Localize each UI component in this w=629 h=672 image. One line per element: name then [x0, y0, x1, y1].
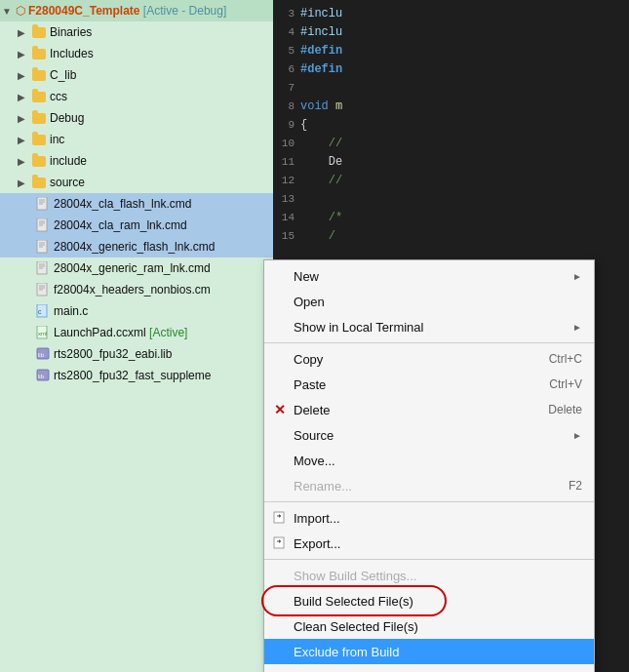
tree-label: 28004x_cla_ram_lnk.cmd — [54, 218, 187, 232]
code-line-10: 10 // — [273, 134, 629, 152]
svg-text:lib: lib — [38, 352, 45, 358]
menu-item-paste[interactable]: Paste Ctrl+V — [264, 372, 594, 397]
code-line-3: 3 #inclu — [273, 4, 629, 22]
folder-icon — [31, 153, 47, 169]
code-line-15: 15 / — [273, 226, 629, 245]
submenu-arrow-icon: ► — [572, 322, 582, 333]
tree-item-includes[interactable]: ▶ Includes — [0, 43, 273, 64]
code-line-5: 5 #defin — [273, 41, 629, 59]
menu-item-show-build-settings[interactable]: Show Build Settings... — [264, 563, 594, 588]
menu-item-import[interactable]: Import... — [264, 505, 594, 531]
tree-item-lib2[interactable]: ▶ lib rts2800_fpu32_fast_suppleme — [0, 365, 273, 386]
code-line-13: 13 — [273, 189, 629, 208]
svg-text:c: c — [38, 308, 42, 315]
menu-label: Source — [294, 428, 334, 443]
lib-icon: lib — [35, 368, 51, 383]
menu-item-rename[interactable]: Rename... F2 — [264, 473, 594, 498]
menu-item-exclude-from-build[interactable]: Exclude from Build — [264, 639, 594, 664]
menu-item-build-project[interactable]: Build Project — [264, 664, 594, 672]
menu-item-local-terminal[interactable]: Show in Local Terminal ► — [264, 314, 594, 339]
tree-item-file3[interactable]: ▶ 28004x_generic_flash_lnk.cmd — [0, 236, 273, 257]
tree-label: Includes — [50, 47, 94, 60]
menu-label: Export... — [294, 536, 340, 551]
tree-item-file4[interactable]: ▶ 28004x_generic_ram_lnk.cmd — [0, 257, 273, 279]
menu-label: Delete — [294, 403, 331, 417]
menu-item-source[interactable]: Source ► — [264, 422, 594, 448]
tree-label: C_lib — [50, 68, 76, 82]
menu-label: Clean Selected File(s) — [294, 619, 418, 634]
tree-item-file5[interactable]: ▶ f28004x_headers_nonbios.cm — [0, 279, 273, 300]
project-root[interactable]: ▼ ⬡ F280049C_Template [Active - Debug] — [0, 0, 273, 21]
tree-item-include[interactable]: ▶ include — [0, 150, 273, 172]
file-xml-icon: xml — [35, 325, 51, 340]
folder-icon — [31, 175, 47, 190]
tree-item-source[interactable]: ▶ source — [0, 172, 273, 193]
code-line-11: 11 De — [273, 152, 629, 171]
project-tree: ▼ ⬡ F280049C_Template [Active - Debug] ▶… — [0, 0, 273, 672]
tree-label: Debug — [50, 111, 84, 125]
menu-label: Exclude from Build — [294, 645, 399, 659]
tree-item-inc[interactable]: ▶ inc — [0, 129, 273, 150]
tree-item-clib[interactable]: ▶ C_lib — [0, 64, 273, 86]
project-icon: ⬡ — [16, 4, 25, 18]
tree-label: f28004x_headers_nonbios.cm — [54, 283, 211, 296]
tree-item-file2[interactable]: ▶ 28004x_cla_ram_lnk.cmd — [0, 215, 273, 236]
menu-label: Show Build Settings... — [294, 569, 416, 583]
menu-label: Move... — [294, 454, 335, 468]
menu-item-export[interactable]: Export... — [264, 531, 594, 556]
shortcut-label: Ctrl+C — [549, 352, 582, 366]
shortcut-label: Ctrl+V — [549, 377, 582, 391]
shortcut-label: Delete — [548, 403, 582, 416]
tree-item-ccs[interactable]: ▶ ccs — [0, 86, 273, 107]
tree-label: 28004x_generic_ram_lnk.cmd — [54, 261, 211, 275]
menu-item-open[interactable]: Open — [264, 289, 594, 314]
project-status: [Active - Debug] — [143, 4, 226, 18]
tree-item-debug[interactable]: ▶ Debug — [0, 107, 273, 129]
menu-label: Open — [294, 295, 325, 309]
tree-item-launchpad[interactable]: ▶ xml LaunchPad.ccxml [Active] — [0, 322, 273, 343]
file-cmd-icon — [35, 217, 51, 233]
menu-item-delete[interactable]: ✕ Delete Delete — [264, 397, 594, 422]
tree-label: rts2800_fpu32_eabi.lib — [54, 347, 172, 361]
tree-label: main.c — [54, 304, 88, 318]
menu-label: New — [294, 269, 319, 284]
menu-item-build-selected[interactable]: Build Selected File(s) — [264, 588, 594, 613]
project-title: F280049C_Template [Active - Debug] — [28, 4, 226, 18]
tree-label: 28004x_generic_flash_lnk.cmd — [54, 240, 215, 254]
menu-item-new[interactable]: New ► — [264, 263, 594, 289]
tree-label: inc — [50, 133, 64, 146]
export-icon — [270, 536, 290, 550]
submenu-arrow-icon: ► — [572, 430, 582, 441]
tree-item-file1[interactable]: ▶ 28004x_cla_flash_lnk.cmd — [0, 193, 273, 215]
folder-icon — [31, 24, 47, 40]
code-line-4: 4 #inclu — [273, 22, 629, 41]
menu-label: Show in Local Terminal — [294, 320, 423, 335]
code-line-12: 12 // — [273, 171, 629, 189]
delete-icon: ✕ — [270, 402, 290, 417]
svg-text:lib: lib — [38, 374, 45, 379]
submenu-arrow-icon: ► — [572, 271, 582, 282]
menu-separator-2 — [264, 501, 594, 502]
tree-label: Binaries — [50, 25, 92, 39]
file-cmd-icon — [35, 282, 51, 297]
tree-label: 28004x_cla_flash_lnk.cmd — [54, 197, 191, 211]
code-line-14: 14 /* — [273, 208, 629, 226]
menu-label: Import... — [294, 511, 340, 526]
project-arrow: ▼ — [2, 6, 16, 17]
menu-item-move[interactable]: Move... — [264, 448, 594, 473]
folder-icon — [31, 46, 47, 61]
tree-item-lib1[interactable]: ▶ lib rts2800_fpu32_eabi.lib — [0, 343, 273, 365]
file-c-icon: c — [35, 303, 51, 319]
tree-item-binaries[interactable]: ▶ Binaries — [0, 21, 273, 43]
code-line-9: 9 { — [273, 115, 629, 134]
tree-label: include — [50, 154, 87, 168]
menu-label: Build Selected File(s) — [294, 594, 413, 609]
menu-separator-1 — [264, 342, 594, 343]
file-cmd-icon — [35, 260, 51, 276]
menu-item-clean-selected[interactable]: Clean Selected File(s) — [264, 613, 594, 639]
menu-separator-3 — [264, 559, 594, 560]
menu-label: Copy — [294, 352, 323, 367]
tree-item-main[interactable]: ▶ c main.c — [0, 300, 273, 322]
menu-item-copy[interactable]: Copy Ctrl+C — [264, 346, 594, 372]
shortcut-label: F2 — [569, 479, 582, 493]
